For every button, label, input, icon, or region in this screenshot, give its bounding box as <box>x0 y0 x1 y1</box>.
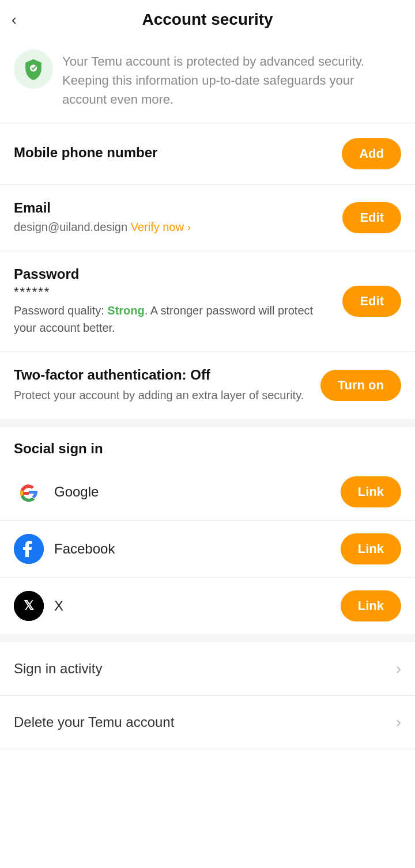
x-icon: 𝕏 <box>14 591 44 621</box>
quality-prefix: Password quality: <box>14 304 107 317</box>
two-factor-title: Two-factor authentication: Off <box>14 367 311 383</box>
quality-value: Strong <box>107 304 144 317</box>
facebook-row: Facebook Link <box>0 521 415 577</box>
social-signin-header: Social sign in <box>0 427 415 464</box>
add-phone-button[interactable]: Add <box>342 138 401 169</box>
google-logo <box>14 477 44 507</box>
password-content: Password ****** Password quality: Strong… <box>14 266 342 336</box>
shield-icon-wrap <box>14 50 53 89</box>
back-button[interactable]: ‹ <box>12 11 17 29</box>
link-x-button[interactable]: Link <box>341 590 401 621</box>
section-divider-1 <box>0 419 415 427</box>
facebook-icon <box>14 534 44 564</box>
password-stars: ****** <box>14 285 333 300</box>
mobile-phone-content: Mobile phone number <box>14 145 342 163</box>
mobile-phone-label: Mobile phone number <box>14 145 333 161</box>
svg-text:𝕏: 𝕏 <box>24 598 34 613</box>
two-factor-sub: Protect your account by adding an extra … <box>14 386 311 404</box>
sign-in-activity-label: Sign in activity <box>14 661 102 677</box>
google-left: Google <box>14 477 99 507</box>
edit-password-button[interactable]: Edit <box>342 286 401 317</box>
delete-account-row[interactable]: Delete your Temu account › <box>0 696 415 749</box>
email-label: Email <box>14 200 333 216</box>
banner-text: Your Temu account is protected by advanc… <box>62 50 401 109</box>
password-quality: Password quality: Strong. A stronger pas… <box>14 302 333 336</box>
x-logo: 𝕏 <box>14 591 44 621</box>
x-left: 𝕏 X <box>14 591 63 621</box>
google-icon <box>14 477 44 507</box>
two-factor-content: Two-factor authentication: Off Protect y… <box>14 367 320 404</box>
email-content: Email design@uiland.design Verify now › <box>14 200 342 236</box>
facebook-logo <box>14 534 44 564</box>
delete-account-label: Delete your Temu account <box>14 714 174 730</box>
verify-now-link[interactable]: Verify now › <box>131 221 191 233</box>
header: ‹ Account security <box>0 0 415 39</box>
x-name: X <box>54 598 63 614</box>
link-facebook-button[interactable]: Link <box>341 533 401 564</box>
password-row: Password ****** Password quality: Strong… <box>0 251 415 351</box>
facebook-name: Facebook <box>54 541 115 557</box>
shield-icon <box>22 58 44 80</box>
facebook-left: Facebook <box>14 534 115 564</box>
turn-on-2fa-button[interactable]: Turn on <box>320 370 401 401</box>
sign-in-activity-row[interactable]: Sign in activity › <box>0 642 415 695</box>
info-banner: Your Temu account is protected by advanc… <box>0 39 415 123</box>
mobile-phone-row: Mobile phone number Add <box>0 123 415 184</box>
google-row: Google Link <box>0 464 415 520</box>
email-sub: design@uiland.design Verify now › <box>14 218 333 236</box>
delete-account-arrow: › <box>396 713 401 731</box>
edit-email-button[interactable]: Edit <box>342 202 401 233</box>
link-google-button[interactable]: Link <box>341 476 401 507</box>
email-value: design@uiland.design <box>14 221 127 233</box>
section-divider-2 <box>0 634 415 642</box>
page-title: Account security <box>142 10 273 29</box>
sign-in-activity-arrow: › <box>396 659 401 678</box>
email-row: Email design@uiland.design Verify now › … <box>0 185 415 251</box>
google-name: Google <box>54 484 99 500</box>
password-label: Password <box>14 266 333 282</box>
divider-8 <box>0 749 415 749</box>
two-factor-row: Two-factor authentication: Off Protect y… <box>0 352 415 419</box>
x-row: 𝕏 X Link <box>0 578 415 634</box>
